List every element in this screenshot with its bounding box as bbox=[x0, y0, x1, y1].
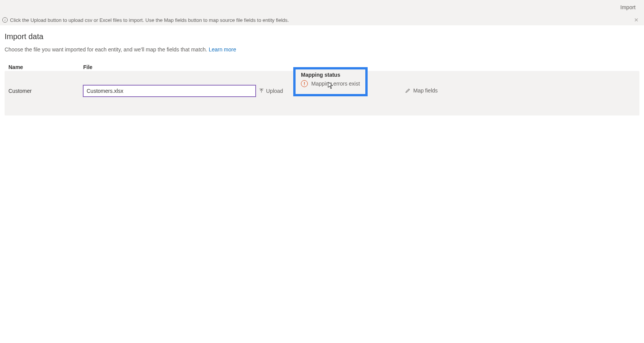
upload-icon bbox=[259, 88, 264, 94]
info-icon: i bbox=[2, 17, 8, 23]
top-bar: Import bbox=[0, 0, 644, 15]
file-input[interactable] bbox=[83, 85, 256, 97]
status-cell: Mapping status ! Mapping errors exist bbox=[286, 76, 405, 106]
content-area: Import data Choose the file you want imp… bbox=[0, 25, 644, 115]
status-header: Mapping status bbox=[301, 72, 360, 78]
info-bar-text: Click the Upload button to upload csv or… bbox=[10, 17, 289, 23]
subtitle-text: Choose the file you want imported for ea… bbox=[5, 46, 209, 53]
upload-label: Upload bbox=[266, 88, 283, 94]
entity-row: Customer Upload Mapping status ! Mapping… bbox=[5, 71, 639, 115]
map-cell: Map fields bbox=[405, 87, 636, 94]
upload-button[interactable]: Upload bbox=[259, 88, 283, 94]
entity-name: Customer bbox=[8, 88, 83, 94]
header-name: Name bbox=[8, 64, 83, 70]
map-fields-button[interactable]: Map fields bbox=[405, 87, 438, 94]
page-subtitle: Choose the file you want imported for ea… bbox=[5, 46, 639, 53]
map-fields-label: Map fields bbox=[413, 87, 438, 94]
entity-grid: Name File Customer Upload Mapping status bbox=[5, 64, 639, 115]
pencil-icon bbox=[405, 88, 411, 93]
close-icon[interactable]: ✕ bbox=[634, 17, 639, 23]
import-button[interactable]: Import bbox=[620, 4, 636, 10]
header-file: File bbox=[83, 64, 286, 70]
status-text: Mapping errors exist bbox=[311, 81, 360, 87]
info-bar: i Click the Upload button to upload csv … bbox=[0, 15, 644, 25]
learn-more-link[interactable]: Learn more bbox=[209, 46, 236, 53]
error-icon: ! bbox=[301, 80, 308, 87]
status-value: ! Mapping errors exist bbox=[301, 80, 360, 87]
file-cell: Upload bbox=[83, 85, 286, 97]
page-title: Import data bbox=[5, 32, 639, 41]
status-highlight-box: Mapping status ! Mapping errors exist bbox=[293, 67, 368, 96]
